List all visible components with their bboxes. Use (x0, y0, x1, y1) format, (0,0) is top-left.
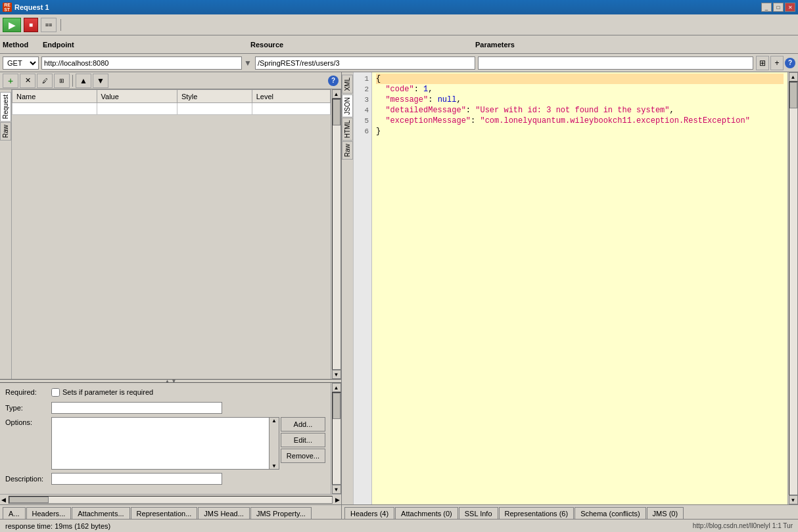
col-style: Style (177, 90, 252, 103)
tab-attachments-left[interactable]: Attachments... (72, 507, 129, 519)
col-level: Level (252, 90, 330, 103)
tab-request[interactable]: Request (0, 92, 11, 122)
options-scroll-up[interactable]: ▲ (271, 418, 277, 424)
tab-schema-conflicts[interactable]: Schema (conflicts) (575, 507, 645, 519)
json-line-5: "exceptionMessage": "com.lonelyquantum.w… (376, 116, 784, 126)
params-table-area: Name Value Style Level (12, 89, 331, 379)
type-input[interactable] (51, 402, 222, 414)
scroll-up[interactable]: ▲ (332, 89, 341, 99)
edit-button[interactable]: 🖊 (37, 74, 53, 88)
parameters-label: Parameters (475, 41, 795, 49)
method-select[interactable]: GET POST PUT DELETE (3, 56, 39, 70)
tab-raw-right[interactable]: Raw (342, 141, 353, 160)
edit-option-button[interactable]: Edit... (281, 433, 325, 447)
lower-left-panel: Required: Sets if parameter is required … (0, 383, 341, 504)
required-checkbox-label: Sets if parameter is required (62, 388, 153, 396)
col-name: Name (12, 90, 97, 103)
tab-jms-property[interactable]: JMS Property... (250, 507, 312, 519)
right-panel: XML JSON HTML Raw 1 2 3 4 5 6 (342, 72, 798, 519)
play-button[interactable]: ▶ (3, 18, 21, 32)
json-line-1: { (376, 74, 784, 84)
json-content: 1 2 3 4 5 6 { "code": 1, "message": null… (354, 72, 798, 504)
add-param-button[interactable]: + (770, 56, 784, 70)
title-bar: REST Request 1 _ □ ✕ (0, 0, 798, 14)
tab-xml[interactable]: XML (342, 75, 353, 94)
json-line-2: "code": 1, (376, 84, 784, 95)
resp-scroll-down[interactable]: ▼ (789, 495, 798, 504)
tab-attachments-right[interactable]: Attachments (0) (395, 507, 458, 519)
tab-representations[interactable]: Representations (6) (499, 507, 575, 519)
options-scroll-down[interactable]: ▼ (271, 463, 277, 469)
clone-button[interactable]: ⊞ (54, 74, 70, 88)
tab-html[interactable]: HTML (342, 118, 353, 141)
tab-headers-right[interactable]: Headers (4) (344, 507, 394, 519)
maximize-button[interactable]: □ (773, 3, 784, 12)
minimize-button[interactable]: _ (761, 3, 772, 12)
options-buttons: Add... Edit... Remove... (281, 417, 325, 470)
parameters-input[interactable] (478, 56, 753, 70)
json-line-3: "message": null, (376, 95, 784, 105)
resource-label: Resource (250, 41, 474, 49)
endpoint-input[interactable] (41, 56, 242, 70)
up-button[interactable]: ▲ (76, 74, 91, 88)
lower-scroll-up[interactable]: ▲ (332, 383, 341, 392)
options-list[interactable] (51, 417, 279, 470)
response-tabs: XML JSON HTML Raw (342, 72, 354, 504)
description-input[interactable] (51, 473, 222, 485)
col-value: Value (97, 90, 177, 103)
down-button[interactable]: ▼ (93, 74, 108, 88)
params-vscroll[interactable]: ▲ ▼ (331, 89, 341, 379)
stop-button[interactable]: ■ (24, 18, 38, 32)
response-time: response time: 19ms (162 bytes) (5, 522, 110, 530)
left-side-tabs: Request Raw (0, 89, 12, 379)
remove-option-button[interactable]: Remove... (281, 449, 325, 463)
hscroll-right[interactable]: ▶ (334, 497, 341, 503)
tab-ssl-info[interactable]: SSL Info (459, 507, 498, 519)
lower-hscroll[interactable]: ◀ ▶ (0, 494, 341, 504)
lower-scroll-down[interactable]: ▼ (332, 485, 341, 494)
tab-representation[interactable]: Representation... (131, 507, 198, 519)
delete-row-button[interactable]: ✕ (20, 74, 35, 88)
window-controls: _ □ ✕ (761, 3, 795, 12)
response-vscroll[interactable]: ▲ ▼ (787, 72, 798, 504)
tab-a[interactable]: A... (3, 507, 26, 519)
lower-vscroll[interactable]: ▲ ▼ (331, 383, 341, 494)
add-row-button[interactable]: + (3, 74, 18, 88)
required-row: Required: Sets if parameter is required (5, 386, 325, 399)
scroll-down[interactable]: ▼ (332, 370, 341, 379)
params-table: Name Value Style Level (12, 89, 331, 115)
table-row (12, 103, 331, 115)
hscroll-left[interactable]: ◀ (0, 497, 7, 503)
tab-raw-left[interactable]: Raw (0, 122, 11, 141)
response-area: XML JSON HTML Raw 1 2 3 4 5 6 (342, 72, 798, 504)
left-toolbar: + ✕ 🖊 ⊞ ▲ ▼ ? (0, 72, 341, 89)
method-label: Method (3, 41, 39, 49)
line-numbers: 1 2 3 4 5 6 (354, 72, 372, 504)
json-text: { "code": 1, "message": null, "detailedM… (372, 72, 787, 504)
help-icon[interactable]: ? (785, 58, 795, 68)
type-row: Type: (5, 401, 325, 414)
copy-button[interactable]: ⊞ (756, 56, 769, 70)
resp-scroll-up[interactable]: ▲ (789, 72, 798, 81)
options-row: Options: ▲ ▼ (5, 417, 325, 470)
tab-jms-right[interactable]: JMS (0) (647, 507, 684, 519)
url-inputs: GET POST PUT DELETE ▼ ⊞ + ? (0, 54, 798, 72)
left-panel: + ✕ 🖊 ⊞ ▲ ▼ ? Request Raw (0, 72, 342, 519)
options-area-inner: ▲ ▼ Add... Edit... Remove... (51, 417, 325, 470)
hscroll-track (9, 496, 333, 504)
tab-headers-left[interactable]: Headers... (26, 507, 72, 519)
left-help-icon[interactable]: ? (328, 76, 339, 86)
status-bar: response time: 19ms (162 bytes) http://b… (0, 519, 798, 532)
tab-json[interactable]: JSON (342, 95, 353, 118)
required-checkbox[interactable] (51, 388, 60, 397)
options-label: Options: (5, 418, 51, 426)
bottom-tabs-left: A... Headers... Attachments... Represent… (0, 504, 341, 519)
bottom-tabs-right: Headers (4) Attachments (0) SSL Info Rep… (342, 504, 798, 519)
format-button[interactable]: ≡≡ (41, 18, 57, 32)
tab-jms-head[interactable]: JMS Head... (198, 507, 250, 519)
window-title: Request 1 (14, 3, 761, 11)
close-button[interactable]: ✕ (785, 3, 795, 12)
add-option-button[interactable]: Add... (281, 417, 325, 432)
description-row: Description: (5, 472, 325, 485)
resource-input[interactable] (255, 56, 475, 70)
